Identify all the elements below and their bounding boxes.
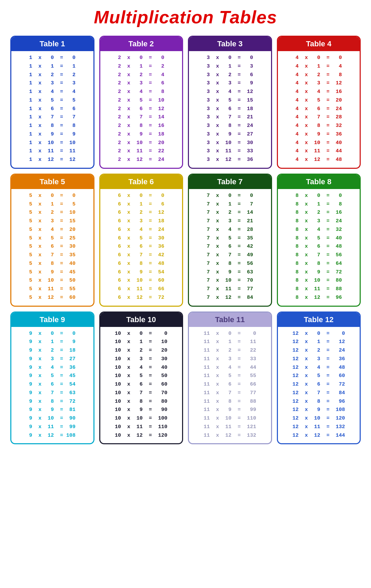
table-card-8: Table 88 x 0 = 08 x 1 = 88 x 2 = 168 x 3… [277, 174, 361, 307]
table-header-9: Table 9 [11, 313, 93, 327]
table-header-8: Table 8 [278, 175, 360, 189]
table-row: 9 x 3 = 27 [15, 355, 90, 364]
table-body-3: 3 x 0 = 03 x 1 = 33 x 2 = 63 x 3 = 93 x … [189, 51, 271, 168]
table-card-10: Table 1010 x 0 = 010 x 1 = 1010 x 2 = 20… [99, 311, 183, 445]
table-header-7: Table 7 [189, 175, 271, 189]
table-row: 12 x 8 = 96 [281, 398, 357, 406]
table-row: 8 x 10 = 80 [281, 277, 357, 285]
table-row: 7 x 9 = 63 [192, 268, 268, 277]
table-row: 1 x 8 = 8 [15, 122, 90, 130]
table-row: 3 x 4 = 12 [192, 88, 268, 96]
table-row: 5 x 12 = 60 [15, 294, 90, 302]
table-header-3: Table 3 [189, 37, 271, 51]
table-row: 6 x 0 = 0 [104, 192, 179, 200]
table-row: 9 x 11 = 99 [15, 423, 90, 432]
table-row: 6 x 3 = 18 [104, 217, 179, 226]
table-row: 3 x 1 = 3 [192, 62, 268, 71]
table-row: 6 x 8 = 48 [104, 260, 179, 268]
table-row: 5 x 0 = 0 [15, 192, 90, 200]
table-row: 3 x 3 = 9 [192, 79, 268, 88]
table-row: 6 x 1 = 6 [104, 200, 179, 209]
table-header-10: Table 10 [100, 313, 182, 327]
table-row: 10 x 3 = 30 [104, 355, 179, 364]
table-row: 1 x 2 = 2 [15, 71, 90, 80]
table-row: 8 x 1 = 8 [281, 200, 357, 209]
table-row: 1 x 5 = 5 [15, 96, 90, 105]
table-row: 4 x 8 = 32 [281, 122, 357, 130]
table-row: 11 x 6 = 66 [192, 380, 268, 389]
table-row: 10 x 1 = 10 [104, 338, 179, 346]
table-row: 6 x 10 = 60 [104, 277, 179, 285]
table-row: 3 x 8 = 24 [192, 122, 268, 130]
table-row: 2 x 12 = 24 [104, 156, 179, 164]
table-header-4: Table 4 [278, 37, 360, 51]
table-row: 9 x 5 = 45 [15, 372, 90, 380]
table-header-6: Table 6 [100, 175, 182, 189]
table-row: 11 x 9 = 99 [192, 406, 268, 414]
table-row: 7 x 12 = 84 [192, 294, 268, 302]
table-row: 9 x 12 = 108 [15, 432, 90, 440]
table-row: 12 x 3 = 36 [281, 355, 357, 364]
table-row: 7 x 11 = 77 [192, 285, 268, 294]
table-row: 5 x 8 = 40 [15, 260, 90, 268]
table-card-6: Table 66 x 0 = 06 x 1 = 66 x 2 = 126 x 3… [99, 174, 183, 307]
table-row: 7 x 3 = 21 [192, 217, 268, 226]
table-row: 4 x 5 = 20 [281, 96, 357, 105]
table-row: 5 x 9 = 45 [15, 268, 90, 277]
table-row: 9 x 1 = 9 [15, 338, 90, 346]
table-row: 1 x 9 = 9 [15, 130, 90, 139]
table-row: 9 x 9 = 81 [15, 406, 90, 414]
table-header-11: Table 11 [189, 313, 271, 327]
table-card-12: Table 1212 x 0 = 012 x 1 = 1212 x 2 = 24… [277, 311, 361, 445]
table-row: 5 x 4 = 20 [15, 226, 90, 234]
table-row: 7 x 7 = 49 [192, 251, 268, 260]
table-header-5: Table 5 [11, 175, 93, 189]
table-row: 4 x 10 = 40 [281, 139, 357, 148]
table-row: 8 x 6 = 48 [281, 243, 357, 251]
table-body-9: 9 x 0 = 09 x 1 = 99 x 2 = 189 x 3 = 279 … [11, 327, 93, 444]
table-body-7: 7 x 0 = 07 x 1 = 77 x 2 = 147 x 3 = 217 … [189, 189, 271, 306]
table-row: 4 x 9 = 36 [281, 130, 357, 139]
table-row: 4 x 4 = 16 [281, 88, 357, 96]
table-row: 8 x 9 = 72 [281, 268, 357, 277]
table-row: 1 x 10 = 10 [15, 139, 90, 148]
table-row: 10 x 4 = 40 [104, 364, 179, 372]
table-row: 2 x 0 = 0 [104, 54, 179, 62]
table-row: 11 x 3 = 33 [192, 355, 268, 364]
table-card-7: Table 77 x 0 = 07 x 1 = 77 x 2 = 147 x 3… [188, 174, 272, 307]
table-card-3: Table 33 x 0 = 03 x 1 = 33 x 2 = 63 x 3 … [188, 36, 272, 169]
table-row: 12 x 7 = 84 [281, 389, 357, 398]
table-body-11: 11 x 0 = 011 x 1 = 1111 x 2 = 2211 x 3 =… [189, 327, 271, 444]
table-row: 11 x 7 = 77 [192, 389, 268, 398]
table-row: 4 x 12 = 48 [281, 156, 357, 164]
table-row: 12 x 6 = 72 [281, 380, 357, 389]
table-header-1: Table 1 [11, 37, 93, 51]
table-row: 2 x 3 = 6 [104, 79, 179, 88]
table-row: 1 x 7 = 7 [15, 113, 90, 122]
table-row: 3 x 2 = 6 [192, 71, 268, 80]
table-row: 10 x 9 = 90 [104, 406, 179, 414]
table-row: 3 x 11 = 33 [192, 147, 268, 156]
table-row: 8 x 3 = 24 [281, 217, 357, 226]
table-row: 9 x 2 = 18 [15, 346, 90, 355]
table-row: 10 x 10 = 100 [104, 414, 179, 423]
table-row: 7 x 5 = 35 [192, 234, 268, 243]
table-row: 4 x 7 = 28 [281, 113, 357, 122]
table-row: 3 x 0 = 0 [192, 54, 268, 62]
table-row: 9 x 0 = 0 [15, 330, 90, 338]
table-row: 5 x 7 = 35 [15, 251, 90, 260]
table-row: 7 x 1 = 7 [192, 200, 268, 209]
table-row: 3 x 9 = 27 [192, 130, 268, 139]
table-row: 6 x 9 = 54 [104, 268, 179, 277]
table-row: 7 x 2 = 14 [192, 209, 268, 217]
table-row: 5 x 6 = 30 [15, 243, 90, 251]
table-row: 2 x 7 = 14 [104, 113, 179, 122]
table-row: 11 x 8 = 88 [192, 398, 268, 406]
table-row: 12 x 4 = 48 [281, 364, 357, 372]
table-row: 11 x 11 = 121 [192, 423, 268, 432]
table-row: 6 x 6 = 36 [104, 243, 179, 251]
table-row: 10 x 11 = 110 [104, 423, 179, 432]
table-row: 1 x 11 = 11 [15, 147, 90, 156]
table-body-12: 12 x 0 = 012 x 1 = 1212 x 2 = 2412 x 3 =… [278, 327, 360, 444]
table-row: 8 x 4 = 32 [281, 226, 357, 234]
